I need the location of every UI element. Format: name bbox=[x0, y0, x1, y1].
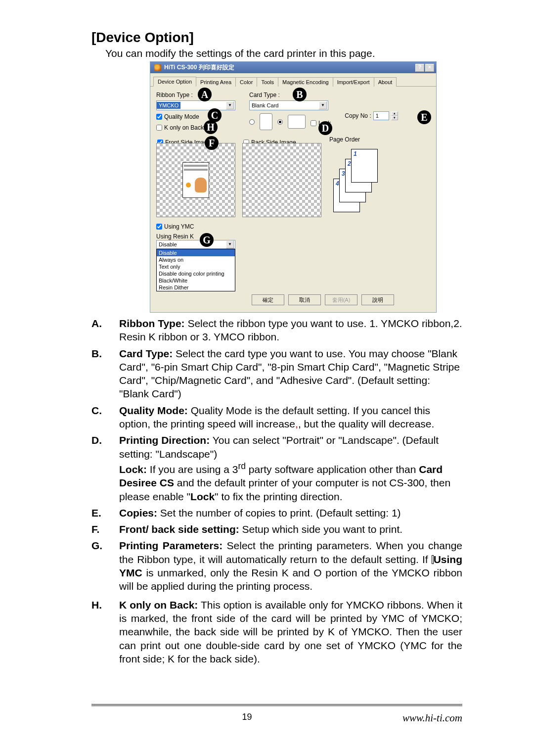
resin-k-dropdown[interactable]: Disable ▼ bbox=[156, 240, 235, 249]
item-h: K only on Back: This option is available… bbox=[119, 598, 462, 665]
chevron-down-icon[interactable]: ▼ bbox=[226, 101, 234, 109]
using-ymc-label: Using YMC bbox=[164, 223, 194, 230]
help-button[interactable]: 說明 bbox=[361, 294, 394, 305]
item-g: Printing Parameters: Select the printing… bbox=[119, 539, 462, 593]
front-preview bbox=[156, 143, 235, 217]
ribbon-type-dropdown[interactable]: YMCKO ▼ bbox=[156, 100, 235, 110]
tabs: Device Option Printing Area Color Tools … bbox=[150, 73, 436, 87]
resin-option-text-only[interactable]: Text only bbox=[157, 263, 235, 270]
spin-up-icon[interactable]: ▲ bbox=[391, 111, 398, 116]
item-letter: A. bbox=[91, 317, 111, 344]
landscape-radio[interactable] bbox=[277, 119, 283, 125]
item-letter: B. bbox=[91, 347, 111, 401]
item-letter: E. bbox=[91, 506, 111, 520]
tab-color[interactable]: Color bbox=[235, 77, 257, 87]
back-preview bbox=[242, 143, 321, 217]
item-b: Card Type: Select the card type you want… bbox=[119, 347, 462, 401]
tab-device-option[interactable]: Device Option bbox=[153, 77, 196, 87]
callout-e: E bbox=[417, 110, 431, 124]
window-title: HiTi CS-300 列印喜好設定 bbox=[164, 63, 234, 72]
close-button[interactable]: × bbox=[425, 64, 434, 72]
tab-printing-area[interactable]: Printing Area bbox=[196, 77, 236, 87]
copy-no-input[interactable]: 1 bbox=[373, 111, 389, 120]
card-type-value: Blank Card bbox=[250, 102, 280, 109]
tab-tools[interactable]: Tools bbox=[257, 77, 278, 87]
callout-b: B bbox=[293, 88, 307, 101]
quality-mode-label: Quality Mode bbox=[164, 113, 199, 120]
apply-button[interactable]: 套用(A) bbox=[325, 294, 357, 305]
ribbon-type-value: YMCKO bbox=[157, 102, 180, 109]
portrait-icon bbox=[260, 113, 272, 130]
item-e: Copies: Set the number of copies to prin… bbox=[119, 506, 462, 520]
item-d: Printing Direction: You can select "Port… bbox=[119, 433, 462, 503]
resin-option-disable-color[interactable]: Disable doing color printing bbox=[157, 270, 235, 277]
item-letter: G. bbox=[91, 539, 111, 593]
resin-option-dither[interactable]: Resin Dither bbox=[157, 284, 235, 291]
lock-checkbox[interactable] bbox=[311, 120, 316, 126]
card-type-dropdown[interactable]: Blank Card ▼ bbox=[249, 100, 328, 110]
k-only-back-label: K only on Back bbox=[164, 124, 204, 131]
item-a: Ribbon Type: Select the ribbon type you … bbox=[119, 317, 462, 344]
page-number: 19 bbox=[91, 712, 402, 724]
ribbon-type-label: Ribbon Type : bbox=[156, 92, 235, 98]
ok-button[interactable]: 確定 bbox=[252, 294, 284, 305]
resin-option-always-on[interactable]: Always on bbox=[157, 256, 235, 263]
using-ymc-checkbox[interactable] bbox=[156, 224, 162, 230]
copy-no-label: Copy No : bbox=[345, 112, 371, 119]
resin-k-value: Disable bbox=[159, 241, 177, 247]
item-letter: F. bbox=[91, 522, 111, 536]
page-order-preview: 4 3 2 1 bbox=[328, 139, 388, 218]
chevron-down-icon[interactable]: ▼ bbox=[226, 240, 234, 248]
tab-magnetic-encoding[interactable]: Magnetic Encoding bbox=[278, 77, 333, 87]
item-f: Front/ back side setting: Setup which si… bbox=[119, 522, 462, 536]
tab-about[interactable]: About bbox=[374, 77, 397, 87]
titlebar: HiTi CS-300 列印喜好設定 ? × bbox=[150, 62, 436, 73]
quality-mode-checkbox[interactable] bbox=[156, 114, 162, 120]
callout-h: H bbox=[204, 120, 218, 134]
callout-a: A bbox=[198, 88, 212, 101]
resin-k-options-list[interactable]: Disable Always on Text only Disable doin… bbox=[156, 249, 235, 291]
tab-import-export[interactable]: Import/Export bbox=[333, 77, 374, 87]
intro-text: You can modify the settings of the card … bbox=[105, 47, 462, 59]
item-c: Quality Mode: Quality Mode is the defaul… bbox=[119, 404, 462, 431]
footer: 19 www.hi-ti.com bbox=[91, 704, 462, 724]
callout-f: F bbox=[205, 136, 219, 150]
printing-preferences-dialog: HiTi CS-300 列印喜好設定 ? × Device Option Pri… bbox=[150, 61, 437, 313]
callout-d: D bbox=[318, 121, 332, 135]
spin-down-icon[interactable]: ▼ bbox=[391, 116, 398, 120]
k-only-back-checkbox[interactable] bbox=[156, 125, 162, 131]
chevron-down-icon[interactable]: ▼ bbox=[319, 101, 327, 109]
app-icon bbox=[154, 64, 161, 71]
cancel-button[interactable]: 取消 bbox=[288, 294, 321, 305]
callout-g: G bbox=[200, 233, 214, 247]
resin-option-bw[interactable]: Black/White bbox=[157, 277, 235, 284]
item-letter: H. bbox=[91, 598, 111, 665]
footer-url: www.hi-ti.com bbox=[402, 712, 462, 724]
portrait-radio[interactable] bbox=[249, 119, 255, 125]
description-list: A. Ribbon Type: Select the ribbon type y… bbox=[91, 317, 462, 665]
help-button[interactable]: ? bbox=[415, 64, 424, 72]
resin-option-disable[interactable]: Disable bbox=[157, 249, 235, 256]
item-letter: D. bbox=[91, 433, 111, 503]
item-letter: C. bbox=[91, 404, 111, 431]
landscape-icon bbox=[288, 115, 306, 129]
card-type-label: Card Type : bbox=[249, 92, 331, 98]
using-resin-k-label: Using Resin K bbox=[156, 233, 235, 240]
page-title: [Device Option] bbox=[91, 30, 462, 46]
